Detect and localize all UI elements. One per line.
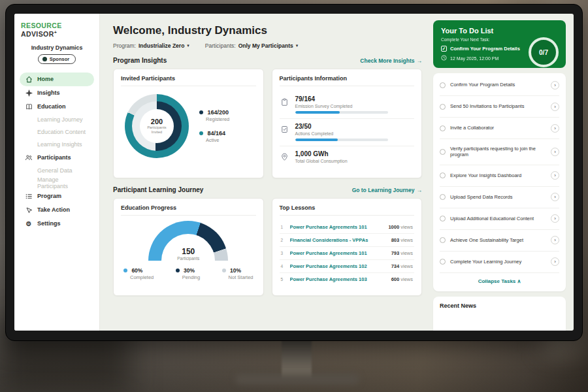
go-to-learning-journey-link[interactable]: Go to Learning Journey→ bbox=[352, 187, 422, 193]
chevron-down-icon: ▾ bbox=[187, 43, 189, 48]
chevron-right-icon[interactable]: › bbox=[551, 103, 559, 111]
card-title: Education Progress bbox=[121, 204, 256, 216]
legend-dot bbox=[199, 110, 203, 114]
task-label: Send 50 Invitations to Participants bbox=[450, 103, 546, 110]
task-item[interactable]: Invite a Collaborator › bbox=[440, 118, 559, 139]
collapse-tasks-link[interactable]: Collapse Tasks ∧ bbox=[440, 273, 559, 290]
stat-global-consumption: 1,000 GWh Total Global Consumption bbox=[280, 146, 415, 171]
lesson-title-link[interactable]: Power Purchase Agreements 101 bbox=[290, 250, 387, 256]
task-item[interactable]: Complete Your Learning Journey › bbox=[440, 252, 559, 273]
sidebar-item-label: Education bbox=[37, 103, 66, 110]
task-item[interactable]: Explore Your Insights Dashboard › bbox=[440, 165, 559, 187]
sidebar-item-general-data[interactable]: General Data bbox=[20, 165, 94, 177]
legend-value: 60% bbox=[131, 267, 142, 274]
section-title: Participant Learning Journey bbox=[113, 186, 203, 193]
task-label: Explore Your Insights Dashboard bbox=[450, 172, 546, 179]
stat-actions-completed: 23/50 Actions Completed bbox=[280, 119, 415, 146]
legend-dot bbox=[199, 131, 203, 135]
stat-label: Emission Survey Completed bbox=[295, 104, 388, 108]
sidebar-item-label: Learning Insights bbox=[37, 141, 82, 148]
education-progress-card: Education Progress 150 Participants bbox=[113, 198, 264, 296]
sidebar-item-settings[interactable]: ⚙ Settings bbox=[20, 217, 94, 231]
lesson-title-link[interactable]: Power Purchase Agreements 103 bbox=[290, 276, 387, 282]
right-panel: Your To Do List Complete Your Next Task:… bbox=[431, 14, 574, 331]
chevron-right-icon[interactable]: › bbox=[551, 257, 559, 266]
sidebar-item-education[interactable]: Education bbox=[20, 100, 94, 114]
participants-filter-value: Only My Participants bbox=[238, 42, 293, 49]
task-item[interactable]: Achieve One Sustainability Target › bbox=[440, 230, 559, 252]
participants-filter[interactable]: Participants: Only My Participants ▾ bbox=[205, 42, 298, 49]
sidebar-item-take-action[interactable]: Take Action bbox=[20, 203, 94, 217]
legend-label: Pending bbox=[182, 274, 201, 280]
sponsor-icon bbox=[42, 57, 47, 61]
education-gauge-chart: 150 Participants bbox=[148, 221, 228, 261]
stat-value: 1,000 GWh bbox=[295, 150, 348, 157]
lesson-row: 2 Financial Considerations - VPPAs 803 v… bbox=[280, 234, 415, 247]
stat-value: 79/164 bbox=[295, 95, 388, 103]
program-list-icon bbox=[25, 193, 33, 200]
lesson-views: 803 views bbox=[391, 237, 413, 243]
lesson-row: 3 Power Purchase Agreements 101 793 view… bbox=[280, 247, 415, 260]
sidebar-item-learning-insights[interactable]: Learning Insights bbox=[20, 139, 94, 151]
take-action-icon bbox=[25, 206, 33, 214]
checkbox-icon[interactable] bbox=[440, 237, 446, 243]
check-more-insights-link[interactable]: Check More Insights→ bbox=[360, 57, 422, 64]
task-item[interactable]: Send 50 Invitations to Participants › bbox=[440, 96, 559, 118]
sidebar-item-participants[interactable]: Participants bbox=[20, 151, 94, 165]
logo-text-dark: ADVISOR+ bbox=[21, 30, 57, 38]
stat-content: 23/50 Actions Completed bbox=[295, 123, 388, 141]
gauge-center: 150 Participants bbox=[148, 247, 228, 261]
sidebar-item-education-content[interactable]: Education Content bbox=[20, 126, 94, 139]
lesson-rank: 4 bbox=[281, 264, 286, 269]
chevron-right-icon[interactable]: › bbox=[551, 148, 559, 156]
chevron-right-icon[interactable]: › bbox=[551, 214, 559, 223]
checkbox-icon[interactable] bbox=[440, 194, 446, 200]
sidebar-item-label: Learning Journey bbox=[37, 116, 83, 123]
todo-next-task[interactable]: ✓ Confirm Your Program Details bbox=[441, 46, 526, 52]
task-item[interactable]: Confirm Your Program Details › bbox=[440, 74, 559, 96]
chevron-right-icon[interactable]: › bbox=[551, 124, 559, 133]
checkbox-icon[interactable] bbox=[440, 149, 446, 155]
chevron-right-icon[interactable]: › bbox=[551, 171, 559, 180]
invited-participants-card: Invited Participants 200 Participants In… bbox=[113, 69, 264, 178]
lesson-row: 5 Power Purchase Agreements 103 600 view… bbox=[280, 273, 415, 286]
checkbox-icon[interactable] bbox=[440, 172, 446, 178]
todo-summary-card: Your To Do List Complete Your Next Task:… bbox=[433, 20, 566, 68]
task-label: Confirm Your Program Details bbox=[450, 82, 546, 88]
monitor-stand-base bbox=[235, 374, 359, 384]
task-label: Achieve One Sustainability Target bbox=[450, 237, 546, 244]
monitor-bezel: RESOURCE ADVISOR+ Industry Dynamics Spon… bbox=[5, 4, 583, 341]
legend-value: 10% bbox=[230, 267, 241, 274]
lesson-title-link[interactable]: Financial Considerations - VPPAs bbox=[290, 237, 387, 243]
sidebar-item-home[interactable]: Home bbox=[20, 73, 94, 86]
todo-tasks-card: Confirm Your Program Details › Send 50 I… bbox=[433, 73, 566, 291]
checkbox-icon[interactable] bbox=[440, 82, 446, 88]
sidebar-item-manage-participants[interactable]: Manage Participants bbox=[20, 177, 94, 189]
checkbox-icon[interactable] bbox=[440, 216, 446, 221]
task-item[interactable]: Verify participants requesting to join t… bbox=[440, 139, 559, 165]
filters-row: Program: Industrialize Zero ▾ Participan… bbox=[113, 42, 422, 49]
lesson-title-link[interactable]: Power Purchase Agreements 101 bbox=[290, 224, 384, 230]
program-filter[interactable]: Program: Industrialize Zero ▾ bbox=[113, 42, 189, 49]
chevron-right-icon[interactable]: › bbox=[551, 236, 559, 244]
task-item[interactable]: Upload Additional Educational Content › bbox=[440, 208, 559, 230]
sidebar-item-label: Settings bbox=[37, 220, 61, 227]
task-label: Verify participants requesting to join t… bbox=[450, 146, 546, 159]
task-item[interactable]: Upload Spend Data Records › bbox=[440, 187, 559, 208]
gauge-center-label: Participants bbox=[148, 256, 228, 261]
sidebar-item-program[interactable]: Program bbox=[20, 189, 94, 203]
chevron-right-icon[interactable]: › bbox=[551, 81, 559, 90]
checkbox-icon[interactable] bbox=[440, 125, 446, 131]
lesson-title-link[interactable]: Power Purchase Agreements 102 bbox=[290, 263, 387, 269]
checkbox-icon[interactable] bbox=[440, 259, 446, 265]
stat-emission-survey: 79/164 Emission Survey Completed bbox=[280, 91, 415, 119]
arrow-right-icon: → bbox=[417, 57, 423, 64]
checkbox-icon[interactable] bbox=[440, 104, 446, 110]
sidebar-item-learning-journey[interactable]: Learning Journey bbox=[20, 114, 94, 126]
legend-dot bbox=[222, 269, 226, 272]
chevron-right-icon[interactable]: › bbox=[551, 193, 559, 201]
stat-value: 23/50 bbox=[295, 123, 388, 130]
sidebar-item-insights[interactable]: Insights bbox=[20, 86, 94, 100]
legend-item-not-started: 10% Not Started bbox=[222, 267, 253, 280]
legend-item-pending: 30% Pending bbox=[176, 267, 201, 280]
